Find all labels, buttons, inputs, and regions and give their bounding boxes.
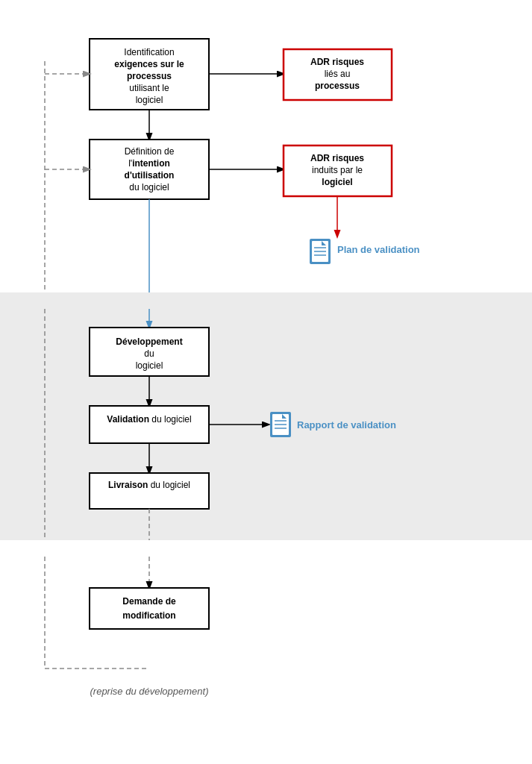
svg-text:modification: modification (122, 610, 175, 621)
svg-text:l'intention: l'intention (128, 158, 170, 169)
svg-text:Identification: Identification (124, 47, 174, 57)
svg-text:Rapport de validation: Rapport de validation (297, 419, 396, 430)
svg-text:(reprise du développement): (reprise du développement) (90, 686, 209, 697)
svg-text:logiciel: logiciel (322, 177, 352, 187)
svg-text:du: du (144, 348, 154, 359)
svg-text:Définition de: Définition de (125, 146, 175, 157)
svg-text:liés au: liés au (325, 69, 351, 79)
svg-text:Plan de validation: Plan de validation (337, 244, 420, 255)
developpement-diagram: Développement du logiciel Validation du … (0, 309, 532, 540)
svg-text:Livraison du logiciel: Livraison du logiciel (108, 480, 190, 490)
svg-text:logiciel: logiciel (136, 95, 163, 105)
maintenance-diagram: Demande de modification (reprise du déve… (0, 557, 532, 713)
svg-rect-41 (90, 406, 209, 443)
svg-text:Développement: Développement (116, 336, 182, 347)
maintenance-title (0, 548, 532, 557)
svg-text:induits par le: induits par le (312, 165, 363, 175)
svg-text:processus: processus (127, 71, 172, 81)
svg-text:Validation du logiciel: Validation du logiciel (107, 414, 191, 425)
svg-text:logiciel: logiciel (136, 360, 163, 371)
svg-text:du logiciel: du logiciel (129, 182, 169, 192)
svg-rect-52 (90, 473, 209, 509)
section-maintenance: Demande de modification (reprise du déve… (0, 540, 532, 713)
section-conception: Identification exigences sur le processu… (0, 0, 532, 292)
svg-text:utilisant le: utilisant le (129, 83, 169, 93)
svg-text:ADR risques: ADR risques (310, 153, 364, 163)
developpement-title (0, 300, 532, 309)
svg-text:d'utilisation: d'utilisation (125, 170, 175, 181)
svg-text:processus: processus (315, 81, 360, 91)
svg-rect-59 (90, 588, 209, 629)
svg-text:exigences sur le: exigences sur le (114, 59, 184, 69)
svg-text:ADR risques: ADR risques (310, 57, 364, 67)
conception-title (0, 7, 532, 16)
conception-diagram: Identification exigences sur le processu… (0, 16, 532, 292)
svg-text:Demande de: Demande de (122, 596, 176, 607)
section-developpement: Développement du logiciel Validation du … (0, 292, 532, 540)
